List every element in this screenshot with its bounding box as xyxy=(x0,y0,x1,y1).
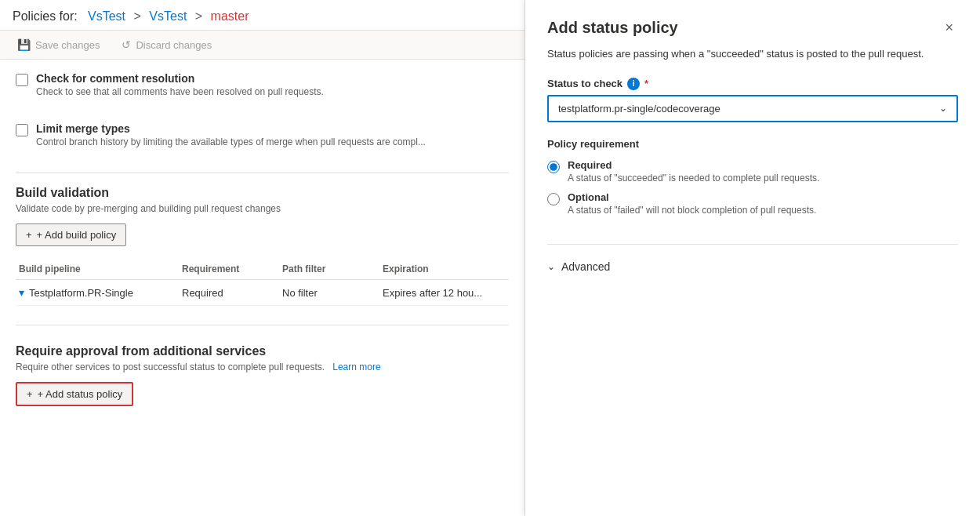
add-status-policy-button[interactable]: + + Add status policy xyxy=(16,382,133,406)
close-dialog-button[interactable]: × xyxy=(940,19,958,36)
policy-requirement-group: Required A status of "succeeded" is need… xyxy=(547,159,958,216)
save-label: Save changes xyxy=(35,39,100,51)
policy-requirement-label: Policy requirement xyxy=(547,138,958,150)
breadcrumb-label: Policies for: xyxy=(13,9,78,23)
col-pathfilter: Path filter xyxy=(282,263,376,274)
breadcrumb-sep1: > xyxy=(134,9,145,23)
save-changes-button[interactable]: 💾 Save changes xyxy=(13,35,104,54)
comment-checkbox[interactable] xyxy=(16,74,28,86)
required-title: Required xyxy=(568,159,819,171)
learn-more-link[interactable]: Learn more xyxy=(332,362,380,372)
chevron-right-icon: ⌄ xyxy=(547,261,555,272)
merge-desc: Control branch history by limiting the a… xyxy=(36,136,426,147)
col-requirement: Requirement xyxy=(182,263,276,274)
discard-changes-button[interactable]: ↺ Discard changes xyxy=(117,35,216,54)
col-pipeline: Build pipeline xyxy=(19,263,176,274)
breadcrumb-sep2: > xyxy=(195,9,206,23)
pipeline-name: ▾ Testplatform.PR-Single xyxy=(19,286,176,299)
status-check-label: Status to check i * xyxy=(547,78,958,90)
breadcrumb: Policies for: VsTest > VsTest > master xyxy=(0,0,524,31)
require-desc-text: Require other services to post successfu… xyxy=(16,362,325,372)
chevron-down-icon: ⌄ xyxy=(939,103,947,114)
advanced-toggle-button[interactable]: ⌄ Advanced xyxy=(547,257,958,276)
required-desc: A status of "succeeded" is needed to com… xyxy=(568,173,819,184)
add-build-policy-button[interactable]: + + Add build policy xyxy=(16,223,126,246)
optional-radio[interactable] xyxy=(547,193,560,205)
pipeline-icon: ▾ xyxy=(19,286,24,299)
dialog-panel: Add status policy × Status policies are … xyxy=(525,0,980,516)
optional-option: Optional A status of "failed" will not b… xyxy=(547,191,958,216)
add-status-icon: + xyxy=(27,388,33,400)
required-option: Required A status of "succeeded" is need… xyxy=(547,159,958,184)
comment-title: Check for comment resolution xyxy=(36,72,324,85)
require-desc: Require other services to post successfu… xyxy=(16,362,509,372)
require-approval-section: Require approval from additional service… xyxy=(16,344,509,406)
table-row[interactable]: ▾ Testplatform.PR-Single Required No fil… xyxy=(16,280,509,306)
breadcrumb-branch: master xyxy=(211,9,249,23)
status-dropdown[interactable]: testplatform.pr-single/codecoverage ⌄ xyxy=(547,95,958,122)
required-star: * xyxy=(644,78,648,89)
left-panel: Policies for: VsTest > VsTest > master 💾… xyxy=(0,0,525,516)
require-title: Require approval from additional service… xyxy=(16,344,509,358)
dialog-title: Add status policy xyxy=(547,19,678,37)
comment-desc: Check to see that all comments have been… xyxy=(36,86,324,97)
divider-1 xyxy=(16,173,509,173)
content-area: Check for comment resolution Check to se… xyxy=(0,60,524,516)
optional-desc: A status of "failed" will not block comp… xyxy=(568,205,816,216)
toolbar: 💾 Save changes ↺ Discard changes xyxy=(0,31,524,60)
build-validation-desc: Validate code by pre-merging and buildin… xyxy=(16,203,509,214)
dialog-divider xyxy=(547,244,958,245)
policy-item-comment: Check for comment resolution Check to se… xyxy=(16,72,509,110)
dialog-description: Status policies are passing when a "succ… xyxy=(547,46,958,62)
row-pathfilter: No filter xyxy=(282,287,376,299)
row-requirement: Required xyxy=(182,287,276,299)
policy-item-merge: Limit merge types Control branch history… xyxy=(16,122,509,160)
advanced-label: Advanced xyxy=(561,260,610,273)
add-build-icon: + xyxy=(26,229,32,241)
build-table-header: Build pipeline Requirement Path filter E… xyxy=(16,259,509,280)
merge-checkbox[interactable] xyxy=(16,124,28,136)
optional-title: Optional xyxy=(568,191,816,203)
breadcrumb-repo[interactable]: VsTest xyxy=(149,9,187,23)
discard-label: Discard changes xyxy=(136,39,212,51)
info-icon[interactable]: i xyxy=(627,78,640,90)
close-icon: × xyxy=(945,20,953,35)
dialog-header: Add status policy × xyxy=(547,19,958,37)
divider-2 xyxy=(16,325,509,325)
add-status-label: + Add status policy xyxy=(38,388,123,400)
build-validation-section: Build validation Validate code by pre-me… xyxy=(16,186,509,306)
build-validation-title: Build validation xyxy=(16,186,509,200)
breadcrumb-org[interactable]: VsTest xyxy=(88,9,125,23)
col-expiration: Expiration xyxy=(383,263,524,274)
add-build-label: + Add build policy xyxy=(37,229,117,241)
merge-title: Limit merge types xyxy=(36,122,426,135)
status-value: testplatform.pr-single/codecoverage xyxy=(558,103,720,114)
discard-icon: ↺ xyxy=(122,38,131,51)
pipeline-label: Testplatform.PR-Single xyxy=(29,287,133,299)
status-check-text: Status to check xyxy=(547,78,622,89)
save-icon: 💾 xyxy=(17,38,31,51)
required-radio[interactable] xyxy=(547,161,560,173)
row-expiration: Expires after 12 hou... xyxy=(383,287,524,299)
